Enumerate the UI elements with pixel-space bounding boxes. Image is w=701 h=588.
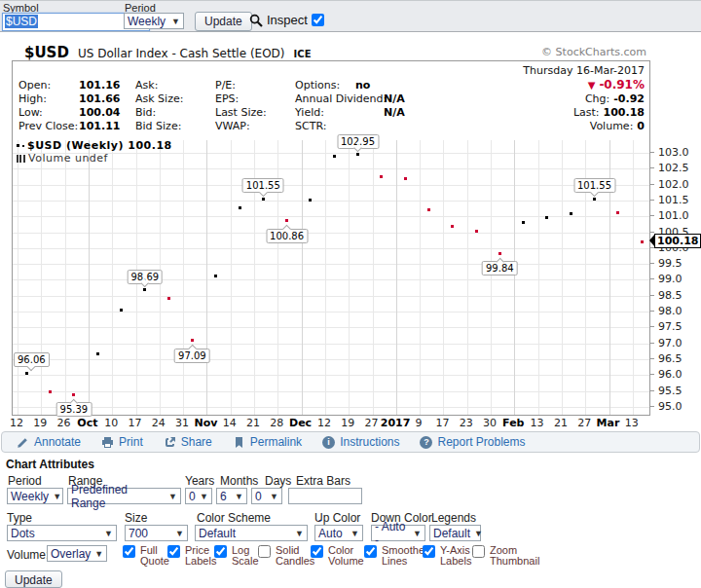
report-problems-link[interactable]: ? Report Problems [420, 435, 525, 449]
pencil-icon [17, 436, 29, 449]
price-labels-checkbox[interactable] [167, 545, 180, 558]
quote-label: Low: [18, 106, 43, 119]
data-point [380, 175, 383, 178]
data-point [522, 221, 525, 224]
color-scheme-select[interactable]: Default▼ [195, 525, 308, 541]
years-select[interactable]: 0▼ [185, 488, 212, 504]
quote-volume: Volume:0 [590, 120, 645, 132]
chart-legend: $USD (Weekly) 100.18 [17, 139, 172, 152]
chevron-down-icon: ▼ [409, 529, 422, 538]
permalink-link[interactable]: Permalink [233, 435, 302, 449]
grid-line-v [420, 140, 421, 415]
size-value: 700 [129, 527, 148, 540]
annotate-link[interactable]: Annotate [17, 435, 81, 449]
last-price-tag: 100.18 [649, 234, 701, 248]
quote-label: High: [18, 92, 47, 105]
period-select[interactable]: Weekly ▼ [124, 13, 184, 29]
quote-value: 101.66 [79, 92, 120, 105]
attributes-update-button[interactable]: Update [5, 570, 62, 588]
y-axis-label: 96.5 [658, 352, 683, 365]
chevron-down-icon: ▼ [291, 529, 304, 538]
print-link[interactable]: Print [101, 435, 143, 449]
grid-line-h [13, 312, 649, 312]
y-axis-labels-checkbox[interactable] [423, 545, 435, 558]
quote-value: 101.16 [79, 79, 120, 92]
period-attr-select[interactable]: Weekly▼ [7, 488, 63, 504]
chevron-down-icon: ▼ [231, 492, 243, 501]
up-color-select[interactable]: - Auto -▼ [314, 525, 363, 541]
y-axis-label: 96.0 [658, 368, 683, 381]
chart-attributes-heading: Chart Attributes [6, 458, 94, 471]
checkbox-label: Quote [140, 555, 169, 567]
y-axis-tick [650, 167, 654, 168]
period-attr-value: Weekly [11, 490, 49, 503]
data-point [427, 208, 430, 211]
volume-bars-icon [17, 155, 25, 163]
update-button[interactable]: Update [195, 12, 252, 31]
smoothed-lines-checkbox[interactable] [364, 545, 377, 558]
info-icon: i [322, 436, 335, 449]
grid-line-h [13, 185, 649, 186]
header-bar: Symbol Period $USD Weekly ▼ Update Inspe… [0, 0, 701, 32]
type-select[interactable]: Dots▼ [7, 525, 117, 541]
data-point [616, 211, 619, 214]
grid-line-v [65, 140, 66, 415]
inspect-label: Inspect [267, 13, 308, 27]
range-select[interactable]: Predefined Range▼ [67, 488, 181, 504]
full-quote-checkbox[interactable] [123, 545, 135, 558]
chevron-down-icon: ▼ [266, 492, 278, 501]
help-icon: ? [420, 436, 432, 449]
extra-bars-label: Extra Bars [296, 474, 350, 488]
days-label: Days [265, 474, 291, 488]
data-point [49, 390, 52, 393]
grid-line-v [89, 140, 90, 415]
legends-select[interactable]: Default▼ [429, 525, 481, 541]
down-color-select[interactable]: - Auto -▼ [371, 525, 425, 541]
grid-line-h [13, 201, 649, 202]
solid-candles-checkbox[interactable] [258, 545, 271, 558]
grid-line-h [13, 344, 649, 345]
chevron-down-icon: ▼ [347, 529, 359, 538]
data-point [239, 206, 241, 209]
checkbox-label: Labels [440, 555, 471, 567]
quote-label: Bid: [135, 106, 156, 119]
chevron-down-icon: ▼ [196, 492, 208, 501]
y-axis-label: 98.0 [658, 305, 683, 317]
permalink-label: Permalink [250, 435, 302, 449]
days-select[interactable]: 0▼ [251, 488, 282, 504]
extra-bars-input[interactable] [288, 488, 362, 504]
data-point [120, 309, 123, 312]
chevron-down-icon: ▼ [91, 549, 103, 559]
log-scale-checkbox[interactable] [214, 545, 227, 558]
inspect-checkbox[interactable] [312, 14, 324, 26]
size-select[interactable]: 700▼ [125, 525, 188, 541]
checkbox-label: Candles [276, 555, 314, 567]
quote-label: Options: [295, 79, 340, 92]
color-volume-checkbox[interactable] [311, 545, 323, 558]
data-point [356, 153, 359, 156]
checkbox-label: Labels [185, 555, 216, 567]
data-point [191, 339, 194, 342]
grid-line-v [349, 140, 350, 415]
zoom-thumbnail-checkbox[interactable] [472, 545, 485, 558]
grid-line-v [562, 140, 563, 415]
price-labels-option: PriceLabels [167, 545, 216, 567]
share-link[interactable]: Share [164, 435, 212, 449]
price-label: 97.09 [174, 349, 210, 363]
months-select[interactable]: 6▼ [216, 488, 247, 504]
y-axis-tick [650, 390, 654, 391]
chart-title-symbol: $USD [24, 44, 69, 61]
inspect-control: Inspect [249, 13, 324, 27]
price-label: 98.69 [127, 270, 163, 284]
instructions-link[interactable]: i Instructions [322, 435, 399, 449]
volume-select[interactable]: Overlay▼ [47, 545, 107, 562]
data-point [96, 352, 99, 355]
chart-title: $USD US Dollar Index - Cash Settle (EOD)… [24, 43, 312, 61]
quote-label: VWAP: [215, 120, 250, 132]
copyright-text: © StockCharts.com [541, 46, 646, 58]
grid-line-v [633, 140, 634, 415]
y-axis-label: 101.0 [658, 209, 689, 222]
data-point [545, 216, 548, 219]
chevron-down-icon: ▼ [100, 529, 113, 538]
annotate-label: Annotate [34, 435, 81, 449]
